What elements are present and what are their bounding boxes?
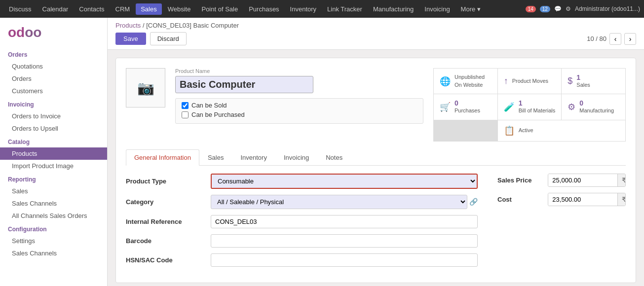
nav-user[interactable]: Administrator (odoo11...) [575,5,640,12]
breadcrumb-parent[interactable]: Products [115,22,141,29]
product-type-field: Product Type Consumable Storable Product… [126,174,478,189]
tab-sales[interactable]: Sales [199,149,232,166]
category-label: Category [126,198,205,206]
sidebar: odoo Orders Quotations Orders Customers … [0,18,108,286]
fields-row: Product Type Consumable Storable Product… [126,174,626,273]
stat-bom[interactable]: 🧪 1 Bill of Materials [498,94,562,119]
sidebar-item-quotations[interactable]: Quotations [0,60,107,72]
cost-input[interactable] [548,193,617,206]
nav-settings-icon[interactable]: ⚙ [566,5,571,12]
sidebar-item-all-channels-sales-orders[interactable]: All Channels Sales Orders [0,210,107,222]
sidebar-title-catalog: Catalog [0,135,107,147]
category-select[interactable]: All / Saleable / Physical [211,195,467,209]
sidebar-section-catalog: Catalog Products Import Product Image [0,135,107,172]
tab-general-information[interactable]: General Information [126,149,199,166]
stat-active[interactable]: 📋 Active [498,120,625,141]
category-external-link-button[interactable]: 🔗 [469,198,478,206]
fields-left: Product Type Consumable Storable Product… [126,174,478,273]
nav-website[interactable]: Website [163,3,196,15]
product-header: 📷 Product Name Can be Sold Can be Purcha… [116,58,636,142]
sidebar-item-sales-channels-config[interactable]: Sales Channels [0,247,107,259]
badge-discuss[interactable]: 14 [526,6,536,12]
sidebar-item-settings[interactable]: Settings [0,235,107,247]
nav-contacts[interactable]: Contacts [74,3,109,15]
sidebar-item-products[interactable]: Products [0,147,107,160]
stat-purchases[interactable]: 🛒 0 Purchases [434,94,497,119]
stat-manufacturing[interactable]: ⚙ 0 Manufacturing [562,94,625,119]
hsn-input[interactable] [211,253,478,267]
checkboxes-container: Can be Sold Can be Purchased [175,98,423,124]
sidebar-section-orders: Orders Quotations Orders Customers [0,47,107,97]
cost-field: Cost ₹ [497,193,626,206]
globe-icon: 🌐 [440,76,451,87]
toolbar-buttons: Save Discard 10 / 80 ‹ › [115,32,636,45]
flask-icon: 🧪 [504,102,515,112]
stat-bom-text: Bill of Materials [519,107,556,114]
cost-label: Cost [497,196,544,203]
cart-icon: 🛒 [440,102,451,112]
can-be-purchased-checkbox[interactable] [182,111,189,118]
sales-price-field: Sales Price ₹ [497,174,626,187]
sidebar-title-invoicing: Invoicing [0,97,107,110]
tab-invoicing[interactable]: Invoicing [275,149,317,166]
category-row: All / Saleable / Physical 🔗 [211,195,478,209]
stat-unpublished[interactable]: 🌐 UnpublishedOn Website [434,69,497,94]
nav-right: 14 12 💬 ⚙ Administrator (odoo11...) [526,5,640,12]
product-type-wrapper: Consumable Storable Product Service [211,174,478,189]
stat-product-moves[interactable]: ↑ Product Moves [498,69,562,94]
sales-price-label: Sales Price [497,177,544,184]
stat-manufacturing-text: Manufacturing [579,107,614,114]
app-layout: odoo Orders Quotations Orders Customers … [0,18,644,286]
sidebar-title-reporting: Reporting [0,172,107,185]
pager-next-button[interactable]: › [624,33,636,45]
sidebar-item-sales-channels[interactable]: Sales Channels [0,197,107,210]
tab-notes[interactable]: Notes [317,149,351,166]
nav-sales[interactable]: Sales [136,3,162,15]
product-name-input[interactable] [175,76,313,93]
barcode-field: Barcode [126,234,478,248]
nav-purchases[interactable]: Purchases [244,3,284,15]
discard-button[interactable]: Discard [150,32,187,45]
can-be-sold-row: Can be Sold [182,102,417,109]
tab-inventory[interactable]: Inventory [232,149,275,166]
can-be-sold-label: Can be Sold [191,102,227,109]
sales-price-input-wrap: ₹ [548,174,626,187]
product-image[interactable]: 📷 [126,68,165,107]
nav-pos[interactable]: Point of Sale [196,3,243,15]
nav-invoicing[interactable]: Invoicing [419,3,455,15]
barcode-input[interactable] [211,234,478,248]
sales-price-input[interactable] [548,174,617,186]
sidebar-item-orders[interactable]: Orders [0,72,107,85]
internal-reference-input[interactable] [211,215,478,228]
nav-skype-icon: 💬 [554,5,562,12]
nav-crm[interactable]: CRM [111,3,135,15]
nav-discuss[interactable]: Discuss [4,3,37,15]
badge-activity[interactable]: 12 [540,6,550,12]
sidebar-section-reporting: Reporting Sales Sales Channels All Chann… [0,172,107,222]
can-be-purchased-row: Can be Purchased [182,111,417,118]
pager-prev-button[interactable]: ‹ [609,33,621,45]
stat-sales-count: 1 [576,73,590,81]
can-be-sold-checkbox[interactable] [182,102,189,109]
sidebar-item-sales[interactable]: Sales [0,185,107,197]
nav-link-tracker[interactable]: Link Tracker [322,3,367,15]
nav-inventory[interactable]: Inventory [285,3,321,15]
stat-sales[interactable]: $ 1 Sales [562,69,625,94]
nav-manufacturing[interactable]: Manufacturing [368,3,418,15]
sidebar-item-customers[interactable]: Customers [0,85,107,97]
hsn-label: HSN/SAC Code [126,256,205,264]
sidebar-item-orders-to-invoice[interactable]: Orders to Invoice [0,110,107,122]
save-button[interactable]: Save [115,33,146,45]
product-type-select[interactable]: Consumable Storable Product Service [212,175,477,188]
nav-more[interactable]: More ▾ [456,3,486,15]
product-name-section: Product Name Can be Sold Can be Purchase… [175,68,423,142]
nav-calendar[interactable]: Calendar [38,3,74,15]
manufacturing-icon: ⚙ [568,102,575,112]
stat-unpublished-text: UnpublishedOn Website [455,73,485,89]
barcode-label: Barcode [126,237,205,245]
breadcrumb: Products / [CONS_DEL03] Basic Computer [115,22,636,29]
sidebar-item-orders-to-upsell[interactable]: Orders to Upsell [0,122,107,135]
sidebar-item-import-product-image[interactable]: Import Product Image [0,160,107,172]
odoo-logo-text: odoo [8,25,41,40]
internal-reference-label: Internal Reference [126,218,205,225]
